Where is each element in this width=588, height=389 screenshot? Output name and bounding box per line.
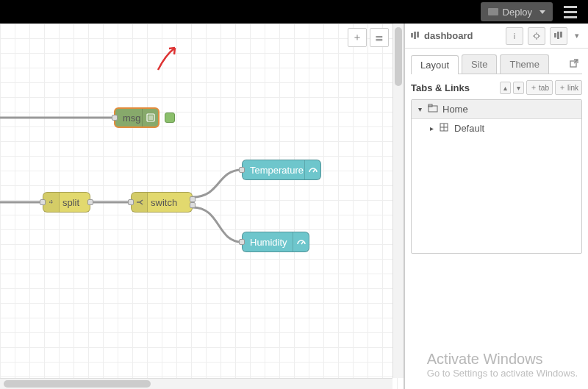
sidebar-more-button[interactable]: ▾ [572,27,582,45]
chevron-down-icon [539,10,545,14]
main-area: ＋ ≣ msg split [0,24,588,389]
node-port-out-1[interactable] [190,196,196,202]
node-port-out-2[interactable] [190,202,196,208]
tree-label: Home [442,104,468,115]
tab-layout[interactable]: Layout [411,55,459,74]
deploy-button[interactable]: Deploy [481,2,553,21]
node-port-in[interactable] [239,167,245,173]
dashboard-tabs: Layout Site Theme [405,49,588,74]
add-tab-button[interactable]: ＋tab [526,80,553,95]
flow-canvas[interactable]: ＋ ≣ msg split [0,24,404,389]
gauge-icon [304,160,320,179]
tab-site[interactable]: Site [462,54,497,74]
section-title: Tabs & Links [411,82,498,93]
node-label: switch [151,197,177,208]
node-temperature[interactable]: Temperature [242,160,321,180]
open-dashboard-button[interactable] [566,57,582,72]
chevron-right-icon: ▸ [428,124,435,132]
collapse-all-button[interactable]: ▾ [513,82,524,94]
add-flow-button[interactable]: ＋ [348,28,367,47]
node-port-in[interactable] [40,199,46,205]
sidebar-info-button[interactable]: i [506,27,523,45]
svg-point-6 [534,34,539,38]
menu-button[interactable] [559,0,582,24]
node-port-out[interactable] [87,199,93,205]
node-label: split [62,197,79,208]
node-port-in[interactable] [112,115,118,121]
sidebar-panel: dashboard i ▾ Layout Site Theme Tabs & [404,24,588,389]
tree-group-default[interactable]: ▸ Default [412,119,581,138]
tree-label: Default [454,123,484,134]
node-label: Humidity [250,237,287,248]
node-status-dot [165,113,175,123]
node-label: Temperature [250,165,304,176]
svg-line-5 [301,241,304,244]
deploy-icon [488,8,498,15]
node-switch[interactable]: switch [131,192,193,213]
debug-icon [142,109,158,126]
switch-icon [132,193,148,212]
sidebar-debug-button[interactable] [528,27,545,45]
canvas-scrollbar-vertical[interactable] [392,24,404,378]
deploy-label: Deploy [503,7,532,18]
tabs-links-section: Tabs & Links ▴ ▾ ＋tab ＋link ▾ Home ▸ [405,74,588,260]
app-header: Deploy [0,0,588,24]
sidebar-dashboard-button[interactable] [550,27,567,45]
node-humidity[interactable]: Humidity [242,232,309,252]
node-port-in[interactable] [128,199,134,205]
tab-theme[interactable]: Theme [500,54,548,74]
canvas-toolbar: ＋ ≣ [348,28,389,47]
split-icon [43,193,60,212]
svg-line-4 [313,169,315,172]
expand-all-button[interactable]: ▴ [500,82,511,94]
canvas-scrollbar-horizontal[interactable] [0,378,392,389]
windows-activation-watermark: Activate Windows Go to Settings to activ… [427,351,578,379]
tab-icon [428,104,438,115]
flow-list-button[interactable]: ≣ [370,28,389,47]
add-link-button[interactable]: ＋link [555,80,582,95]
chevron-down-icon: ▾ [416,105,423,113]
sidebar-title: dashboard [411,30,501,41]
tabs-tree: ▾ Home ▸ Default [411,99,582,254]
node-label: msg [123,113,141,124]
node-debug[interactable]: msg [114,107,159,128]
sidebar-header: dashboard i ▾ [405,24,588,49]
grid-icon [440,123,450,134]
node-split[interactable]: split [43,192,90,213]
dashboard-icon [411,30,420,41]
gauge-icon [293,232,309,251]
tree-tab-home[interactable]: ▾ Home [412,100,581,119]
node-port-in[interactable] [239,239,245,245]
